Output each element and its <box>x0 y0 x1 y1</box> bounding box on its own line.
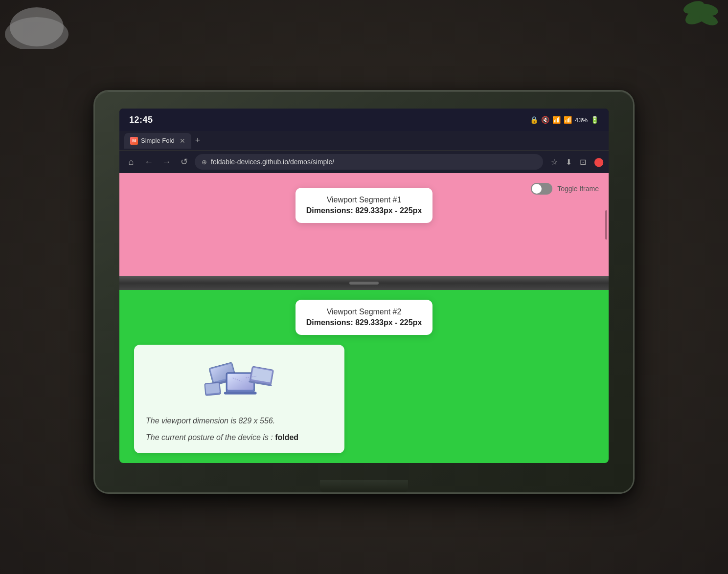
fold-line <box>119 276 609 290</box>
device-illustration <box>195 354 283 408</box>
secure-icon: ⊕ <box>202 158 207 166</box>
viewport-segment-1: Viewport Segment #1 Dimensions: 829.333p… <box>119 173 609 276</box>
plant-decoration <box>660 0 718 49</box>
back-button[interactable]: ← <box>142 157 156 167</box>
segment1-info-card: Viewport Segment #1 Dimensions: 829.333p… <box>296 188 433 223</box>
device-info-card: The viewport dimension is 829 x 556. The… <box>134 345 344 453</box>
download-button[interactable]: ⬇ <box>566 157 572 167</box>
split-content: Viewport Segment #1 Dimensions: 829.333p… <box>119 173 609 463</box>
status-time: 12:45 <box>129 115 153 125</box>
tab-area: M Simple Fold ✕ + <box>124 133 604 149</box>
posture-text: The current posture of the device is : f… <box>146 432 333 443</box>
tab-title: Simple Fold <box>141 137 175 144</box>
fold-indicator <box>349 282 379 285</box>
signal-icon: 📶 <box>564 116 572 124</box>
lock-icon: 🔒 <box>530 116 538 124</box>
battery-level: 43% <box>575 116 588 124</box>
new-tab-button[interactable]: + <box>195 135 201 146</box>
segment2-dimensions: Dimensions: 829.333px - 225px <box>306 318 422 327</box>
url-text: foldable-devices.github.io/demos/simple/ <box>211 158 536 166</box>
svg-point-5 <box>10 7 64 46</box>
wifi-icon: 📶 <box>552 116 561 124</box>
segment1-title: Viewport Segment #1 <box>306 196 422 204</box>
viewport-dimension-text: The viewport dimension is 829 x 556. <box>146 415 333 427</box>
browser-tab-active[interactable]: M Simple Fold ✕ <box>124 133 191 149</box>
home-button[interactable]: ⌂ <box>124 157 138 167</box>
svg-rect-18 <box>205 383 220 394</box>
posture-value: folded <box>275 433 298 442</box>
screen-area: 12:45 🔒 🔇 📶 📶 43% 🔋 M S <box>119 109 609 463</box>
object-decoration <box>0 0 73 49</box>
status-bar: 12:45 🔒 🔇 📶 📶 43% 🔋 <box>119 109 609 131</box>
tab-favicon: M <box>130 137 138 145</box>
segment2-info-card: Viewport Segment #2 Dimensions: 829.333p… <box>296 300 433 335</box>
refresh-button[interactable]: ↺ <box>177 156 191 167</box>
tab-close-button[interactable]: ✕ <box>180 137 185 145</box>
segment2-title: Viewport Segment #2 <box>306 308 422 316</box>
toggle-iframe-switch[interactable] <box>531 183 552 195</box>
address-bar-row: ⌂ ← → ↺ ⊕ foldable-devices.github.io/dem… <box>119 151 609 173</box>
toggle-label: Toggle Iframe <box>557 185 599 193</box>
svg-rect-13 <box>224 392 257 394</box>
scroll-indicator <box>605 210 607 240</box>
battery-icon: 🔋 <box>591 116 599 124</box>
device-case: 12:45 🔒 🔇 📶 📶 43% 🔋 M S <box>95 91 633 492</box>
sound-icon: 🔇 <box>541 116 549 124</box>
device-hinge <box>320 480 408 492</box>
toggle-knob <box>532 184 542 194</box>
status-icons: 🔒 🔇 📶 📶 43% 🔋 <box>530 116 599 124</box>
address-bar[interactable]: ⊕ foldable-devices.github.io/demos/simpl… <box>195 154 543 170</box>
segment2-info-center: Viewport Segment #2 Dimensions: 829.333p… <box>134 300 594 335</box>
segment1-dimensions: Dimensions: 829.333px - 225px <box>306 206 422 215</box>
browser-tab-bar: M Simple Fold ✕ + <box>119 131 609 151</box>
bookmark-button[interactable]: ☆ <box>551 157 558 167</box>
device-wrapper: 12:45 🔒 🔇 📶 📶 43% 🔋 M S <box>70 72 658 512</box>
menu-button[interactable]: ⬤ <box>594 156 604 167</box>
toggle-iframe-area: Toggle Iframe <box>531 183 599 195</box>
viewport-segment-2: Viewport Segment #2 Dimensions: 829.333p… <box>119 290 609 463</box>
tab-switcher-button[interactable]: ⊡ <box>580 157 586 167</box>
forward-button[interactable]: → <box>159 157 173 167</box>
